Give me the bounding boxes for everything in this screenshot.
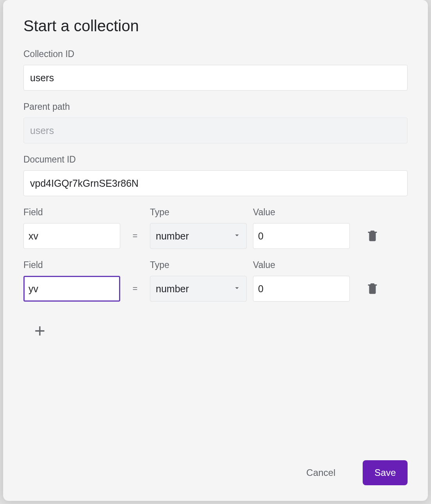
trash-icon (366, 282, 379, 296)
type-label: Type (150, 207, 247, 218)
delete-field-button[interactable] (362, 223, 383, 249)
add-field-button[interactable] (29, 320, 51, 342)
dialog-actions: Cancel Save (23, 460, 408, 485)
document-id-input[interactable] (23, 170, 408, 196)
cancel-button[interactable]: Cancel (295, 460, 347, 485)
field-label: Field (23, 207, 120, 218)
field-row: Field = Type number Value (23, 207, 408, 249)
equals-sign: = (126, 276, 144, 302)
plus-icon (32, 323, 48, 340)
field-row: Field = Type number Value (23, 260, 408, 302)
field-label: Field (23, 260, 120, 270)
dialog-title: Start a collection (23, 17, 408, 35)
document-id-group: Document ID (23, 154, 408, 196)
save-button[interactable]: Save (363, 460, 408, 485)
collection-id-label: Collection ID (23, 49, 408, 59)
field-value-input[interactable] (253, 276, 350, 302)
collection-id-input[interactable] (23, 65, 408, 91)
start-collection-dialog: Start a collection Collection ID Parent … (3, 0, 428, 501)
parent-path-label: Parent path (23, 102, 408, 112)
collection-id-group: Collection ID (23, 49, 408, 91)
value-label: Value (253, 207, 350, 218)
equals-sign: = (126, 223, 144, 249)
field-type-select[interactable]: number (150, 223, 247, 249)
value-label: Value (253, 260, 350, 270)
field-name-input[interactable] (23, 223, 120, 249)
field-type-select[interactable]: number (150, 276, 247, 302)
type-label: Type (150, 260, 247, 270)
field-name-input[interactable] (23, 276, 120, 302)
delete-field-button[interactable] (362, 276, 383, 302)
parent-path-input (23, 118, 408, 143)
parent-path-group: Parent path (23, 102, 408, 143)
document-id-label: Document ID (23, 154, 408, 165)
field-value-input[interactable] (253, 223, 350, 249)
trash-icon (366, 229, 379, 243)
